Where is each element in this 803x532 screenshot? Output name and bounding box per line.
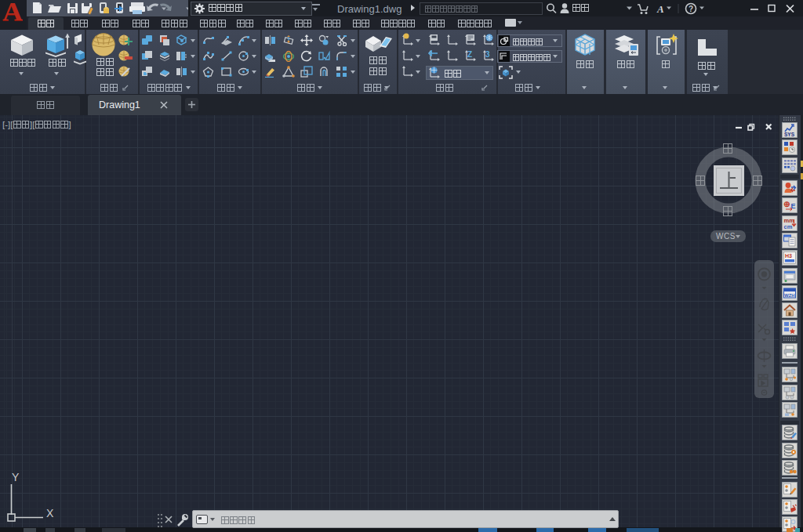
svg-text:X: X bbox=[46, 507, 54, 519]
svg-text:?: ? bbox=[689, 5, 693, 13]
svg-text:SYS: SYS bbox=[784, 132, 795, 137]
svg-text:⊕: ⊕ bbox=[783, 200, 790, 208]
svg-text:Y: Y bbox=[12, 471, 20, 483]
svg-text:H3: H3 bbox=[785, 253, 792, 259]
svg-text:cm: cm bbox=[784, 223, 793, 230]
svg-text:A: A bbox=[656, 3, 664, 15]
svg-text:WZH: WZH bbox=[784, 293, 794, 298]
